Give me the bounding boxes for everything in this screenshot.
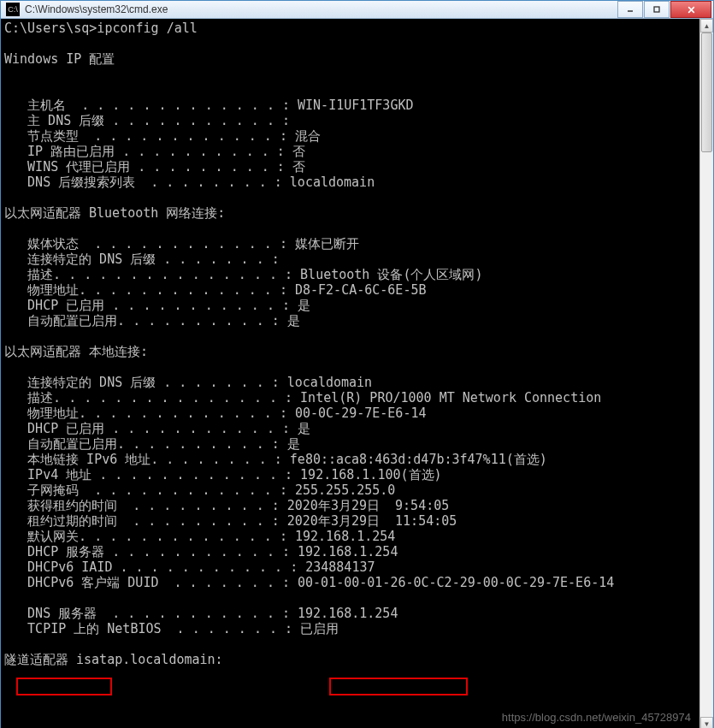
section-ipconfig: Windows IP 配置 [4,51,115,67]
lc-description: 描述. . . . . . . . . . . . . . . : Intel(… [4,390,601,405]
cmd-window: C:\ C:\Windows\system32\cmd.exe C:\Users… [0,0,714,728]
primary-dns-suffix: 主 DNS 后缀 . . . . . . . . . . . : [4,113,290,128]
terminal-output[interactable]: C:\Users\sq>ipconfig /all Windows IP 配置 … [1,19,699,728]
bt-autoconfig: 自动配置已启用. . . . . . . . . . : 是 [4,313,300,328]
cmd-icon: C:\ [6,3,20,16]
bt-media-state: 媒体状态 . . . . . . . . . . . . : 媒体已断开 [4,236,359,252]
lc-conn-dns: 连接特定的 DNS 后缀 . . . . . . . : localdomain [4,375,372,390]
watermark: https://blog.csdn.net/weixin_45728974 [502,710,691,725]
svg-rect-1 [654,7,659,12]
lc-dns-server: DNS 服务器 . . . . . . . . . . . : 192.168.… [4,606,398,621]
close-button[interactable] [670,1,711,18]
vertical-scrollbar[interactable]: ▲ ▼ [699,19,713,728]
terminal-wrapper: C:\Users\sq>ipconfig /all Windows IP 配置 … [1,19,713,728]
lc-physical-address: 物理地址. . . . . . . . . . . . . : 00-0C-29… [4,405,426,421]
bt-dhcp-enabled: DHCP 已启用 . . . . . . . . . . . : 是 [4,298,310,313]
minimize-button[interactable] [617,1,643,18]
bt-description: 描述. . . . . . . . . . . . . . . : Blueto… [4,267,482,282]
lc-lease-expires: 租约过期的时间 . . . . . . . . . : 2020年3月29日 1… [4,513,457,529]
lc-subnet-mask: 子网掩码 . . . . . . . . . . . . : 255.255.2… [4,482,395,498]
node-type: 节点类型 . . . . . . . . . . . . : 混合 [4,128,321,144]
lc-ipv4-address: IPv4 地址 . . . . . . . . . . . . : 192.16… [4,467,442,482]
scroll-up-arrow[interactable]: ▲ [700,19,713,33]
ip-routing: IP 路由已启用 . . . . . . . . . . : 否 [4,144,305,159]
host-name: 主机名 . . . . . . . . . . . . . : WIN-I1UF… [4,98,413,113]
scroll-track[interactable] [700,33,713,717]
highlight-dns-value [329,678,468,695]
lc-dhcpv6-duid: DHCPv6 客户端 DUID . . . . . . . : 00-01-00… [4,575,614,590]
lc-netbios: TCPIP 上的 NetBIOS . . . . . . . : 已启用 [4,621,339,636]
scroll-thumb[interactable] [701,33,712,152]
maximize-button[interactable] [644,1,670,18]
lc-dhcp-server: DHCP 服务器 . . . . . . . . . . . : 192.168… [4,544,398,559]
window-title: C:\Windows\system32\cmd.exe [25,3,617,15]
prompt-line: C:\Users\sq>ipconfig /all [4,21,198,36]
wins-proxy: WINS 代理已启用 . . . . . . . . . : 否 [4,159,305,175]
section-tunnel: 隧道适配器 isatap.localdomain: [4,652,223,667]
section-local: 以太网适配器 本地连接: [4,344,148,359]
lc-autoconfig: 自动配置已启用. . . . . . . . . . : 是 [4,436,300,452]
lc-default-gateway: 默认网关. . . . . . . . . . . . . : 192.168.… [4,529,395,544]
highlight-dns-label [16,678,112,695]
lc-dhcp-enabled: DHCP 已启用 . . . . . . . . . . . : 是 [4,421,310,436]
lc-ipv6-address: 本地链接 IPv6 地址. . . . . . . . : fe80::aca8… [4,452,547,467]
bt-conn-dns: 连接特定的 DNS 后缀 . . . . . . . : [4,252,280,267]
dns-suffix-list: DNS 后缀搜索列表 . . . . . . . . : localdomain [4,175,375,190]
section-bluetooth: 以太网适配器 Bluetooth 网络连接: [4,205,225,221]
titlebar[interactable]: C:\ C:\Windows\system32\cmd.exe [1,1,713,19]
lc-lease-obtained: 获得租约的时间 . . . . . . . . . : 2020年3月29日 9… [4,498,449,513]
lc-dhcpv6-iaid: DHCPv6 IAID . . . . . . . . . . . : 2348… [4,559,375,575]
bt-physical-address: 物理地址. . . . . . . . . . . . . : D8-F2-CA… [4,282,426,298]
scroll-down-arrow[interactable]: ▼ [700,717,713,728]
window-controls [617,1,711,18]
